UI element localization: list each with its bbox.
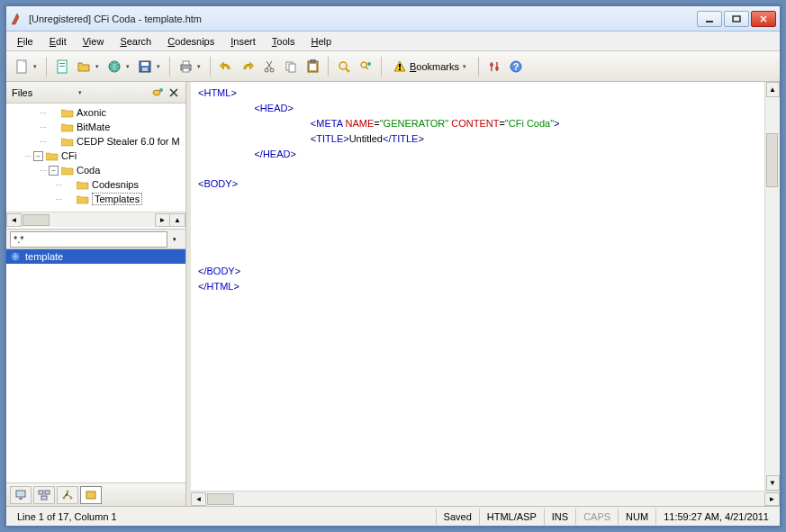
- scroll-thumb[interactable]: [23, 214, 50, 226]
- menubar: File Edit View Search Codesnips Insert T…: [6, 32, 780, 51]
- menu-codesnips[interactable]: Codesnips: [160, 34, 221, 49]
- separator: [328, 57, 329, 77]
- tree-item[interactable]: ⋯BitMate: [6, 120, 185, 134]
- separator: [169, 57, 170, 77]
- warning-icon: [393, 60, 406, 73]
- status-ins: INS: [544, 509, 575, 525]
- browser-button[interactable]: [104, 57, 133, 77]
- svg-rect-4: [59, 63, 65, 64]
- status-num: NUM: [618, 509, 655, 525]
- statusbar: Line 1 of 17, Column 1 Saved HTML/ASP IN…: [6, 506, 780, 526]
- svg-rect-24: [399, 68, 401, 70]
- scroll-up-button[interactable]: ▲: [766, 82, 780, 97]
- filter-dropdown-button[interactable]: ▾: [167, 232, 182, 247]
- bookmarks-button[interactable]: Bookmarks ▾: [387, 57, 473, 77]
- menu-tools[interactable]: Tools: [265, 34, 303, 49]
- maximize-button[interactable]: [724, 11, 749, 27]
- app-icon: [10, 12, 24, 26]
- svg-point-26: [495, 67, 499, 70]
- toolbar: Bookmarks ▾ ?: [6, 51, 780, 82]
- scroll-left-button[interactable]: ◄: [191, 492, 206, 506]
- svg-rect-5: [59, 66, 65, 67]
- svg-rect-11: [183, 61, 189, 65]
- print-button[interactable]: [176, 57, 204, 77]
- paste-button[interactable]: [303, 57, 322, 77]
- chevron-down-icon[interactable]: ▾: [78, 89, 82, 96]
- tree-item[interactable]: ⋯−Coda: [6, 163, 185, 177]
- editor-hscrollbar[interactable]: ◄ ►: [191, 491, 780, 506]
- editor-pane: <HTML> <HEAD> <META NAME="GENERATOR" CON…: [191, 82, 780, 506]
- config-button[interactable]: [484, 57, 504, 77]
- help-button[interactable]: ?: [506, 57, 526, 77]
- svg-text:?: ?: [513, 61, 519, 72]
- svg-rect-9: [142, 68, 148, 71]
- scroll-up-button[interactable]: ▲: [170, 213, 185, 227]
- main-area: Files ▾ ⋯Axonic⋯BitMate⋯CEDP Stealer 6.0…: [6, 82, 780, 506]
- copy-button[interactable]: [281, 57, 301, 77]
- view-network-button[interactable]: [33, 486, 55, 504]
- view-computer-button[interactable]: [10, 486, 32, 504]
- file-item[interactable]: template: [6, 249, 185, 264]
- svg-rect-23: [399, 64, 401, 68]
- folder-tree[interactable]: ⋯Axonic⋯BitMate⋯CEDP Stealer 6.0 for M⋯−…: [6, 104, 185, 230]
- vscroll-thumb[interactable]: [766, 133, 778, 187]
- undo-button[interactable]: [216, 57, 236, 77]
- open-button[interactable]: [74, 57, 103, 77]
- file-list[interactable]: template: [6, 249, 185, 482]
- filter-input[interactable]: [10, 231, 167, 248]
- scroll-right-button[interactable]: ►: [764, 492, 780, 506]
- new-file-button[interactable]: [12, 57, 41, 77]
- menu-view[interactable]: View: [76, 34, 112, 49]
- new-doc-button[interactable]: [52, 57, 72, 77]
- tree-item[interactable]: ⋯Axonic: [6, 105, 185, 120]
- cut-button[interactable]: [259, 57, 279, 77]
- svg-rect-1: [733, 16, 740, 22]
- separator: [381, 57, 382, 77]
- tree-item[interactable]: ⋯Templates: [6, 192, 185, 206]
- svg-rect-35: [45, 491, 50, 494]
- tree-item[interactable]: ⋯CEDP Stealer 6.0 for M: [6, 134, 185, 149]
- svg-rect-18: [311, 59, 315, 62]
- minimize-button[interactable]: [697, 11, 722, 27]
- status-mode: HTML/ASP: [479, 509, 544, 525]
- svg-rect-12: [183, 68, 189, 72]
- code-editor[interactable]: <HTML> <HEAD> <META NAME="GENERATOR" CON…: [191, 82, 764, 491]
- redo-button[interactable]: [238, 57, 257, 77]
- view-sitemap-button[interactable]: [57, 486, 78, 504]
- menu-insert[interactable]: Insert: [223, 34, 263, 49]
- menu-edit[interactable]: Edit: [42, 34, 74, 49]
- close-button[interactable]: [751, 11, 776, 27]
- svg-rect-33: [19, 498, 23, 500]
- tree-item[interactable]: ⋯Codesnips: [6, 177, 185, 192]
- scroll-left-button[interactable]: ◄: [6, 213, 22, 227]
- hscroll-thumb[interactable]: [207, 493, 234, 505]
- menu-search[interactable]: Search: [113, 34, 158, 49]
- app-window: [Unregistered] CFi Coda - template.htm F…: [5, 5, 781, 527]
- menu-help[interactable]: Help: [303, 34, 339, 49]
- svg-rect-36: [41, 496, 47, 500]
- titlebar[interactable]: [Unregistered] CFi Coda - template.htm: [6, 6, 780, 32]
- svg-rect-8: [141, 62, 149, 66]
- editor-vscrollbar[interactable]: ▲ ▼: [764, 82, 780, 491]
- tree-scrollbar[interactable]: ◄ ► ▲: [6, 212, 185, 227]
- sidebar: Files ▾ ⋯Axonic⋯BitMate⋯CEDP Stealer 6.0…: [6, 82, 186, 506]
- find-replace-button[interactable]: [356, 57, 375, 77]
- close-panel-icon[interactable]: [167, 86, 180, 99]
- svg-rect-34: [39, 491, 43, 494]
- status-time: 11:59:27 AM, 4/21/2011: [655, 509, 776, 525]
- menu-file[interactable]: File: [10, 34, 41, 49]
- refresh-icon[interactable]: [151, 86, 164, 99]
- scroll-down-button[interactable]: ▼: [766, 475, 780, 491]
- view-files-button[interactable]: [80, 486, 102, 504]
- svg-rect-16: [289, 64, 295, 72]
- separator: [210, 57, 211, 77]
- scroll-right-button[interactable]: ►: [155, 213, 170, 227]
- tree-item[interactable]: ⋯−CFi: [6, 149, 185, 163]
- svg-point-22: [367, 62, 371, 66]
- find-button[interactable]: [334, 57, 354, 77]
- sidebar-title[interactable]: Files: [12, 87, 75, 98]
- svg-rect-0: [706, 21, 713, 23]
- svg-rect-19: [310, 64, 316, 70]
- save-button[interactable]: [135, 57, 164, 77]
- svg-rect-40: [86, 491, 95, 499]
